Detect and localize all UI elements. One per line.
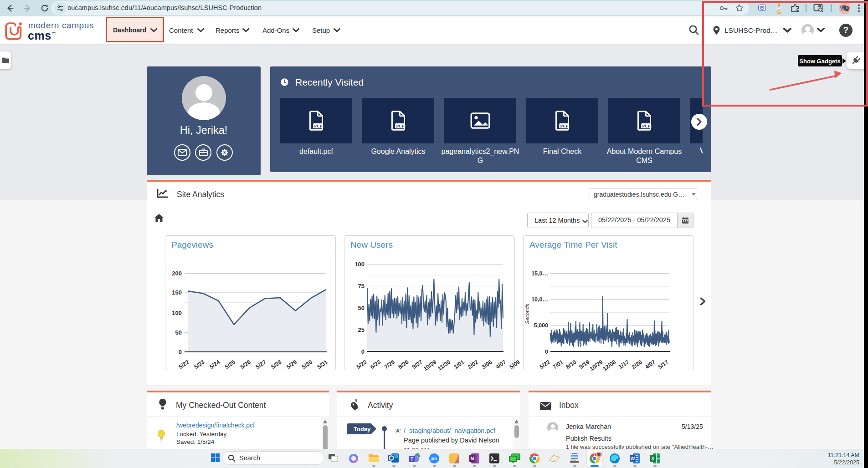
svg-text:15,0…: 15,0…	[531, 270, 548, 277]
svg-text:0: 0	[545, 349, 548, 355]
svg-text:1/17: 1/17	[617, 359, 630, 370]
svg-text:PCF: PCF	[396, 124, 404, 128]
svg-text:8/26: 8/26	[397, 359, 410, 370]
svg-text:5,000: 5,000	[534, 322, 548, 329]
svg-text:T: T	[411, 457, 413, 462]
svg-text:12/08: 12/08	[602, 359, 617, 372]
svg-text:100: 100	[354, 261, 365, 268]
svg-text:PCF: PCF	[642, 124, 650, 128]
svg-text:W: W	[631, 456, 635, 461]
svg-text:9/19: 9/19	[578, 359, 591, 370]
svg-text:5/29: 5/29	[285, 359, 298, 370]
svg-text:0: 0	[361, 348, 365, 355]
svg-text:9/27: 9/27	[411, 359, 424, 370]
svg-text:N: N	[471, 456, 474, 461]
svg-text:25: 25	[358, 326, 365, 333]
svg-text:5/22: 5/22	[539, 359, 551, 370]
svg-text:X: X	[651, 456, 654, 461]
svg-text:50: 50	[358, 305, 365, 311]
svg-text:2/02: 2/02	[467, 359, 479, 370]
svg-text:200: 200	[172, 270, 182, 277]
svg-text:8/10: 8/10	[565, 359, 578, 370]
svg-text:5/28: 5/28	[270, 359, 282, 370]
svg-text:5/31: 5/31	[316, 359, 329, 370]
svg-text:5/23: 5/23	[193, 359, 206, 370]
svg-text:5/30: 5/30	[301, 359, 313, 370]
svg-text:5/27: 5/27	[255, 359, 267, 370]
svg-text:10/29: 10/29	[422, 359, 438, 372]
svg-text:2/26: 2/26	[631, 359, 643, 370]
svg-text:5/17: 5/17	[657, 359, 670, 370]
svg-text:5/24: 5/24	[208, 359, 221, 370]
svg-text:50: 50	[175, 329, 182, 336]
svg-text:75: 75	[358, 283, 365, 290]
svg-text:5/25: 5/25	[224, 359, 236, 370]
svg-text:10,0…: 10,0…	[531, 296, 548, 303]
svg-text:0: 0	[179, 349, 182, 356]
svg-text:4/07: 4/07	[494, 359, 507, 370]
svg-text:7/25: 7/25	[383, 359, 396, 370]
svg-text:Today: Today	[354, 426, 371, 432]
svg-text:5/22: 5/22	[355, 359, 368, 370]
svg-text:PCF: PCF	[314, 124, 322, 128]
svg-text:PCF: PCF	[560, 124, 568, 128]
svg-text:150: 150	[172, 289, 182, 296]
svg-text:11/30: 11/30	[437, 359, 452, 372]
svg-text:7/01: 7/01	[552, 359, 565, 370]
svg-text:10/29: 10/29	[589, 359, 604, 372]
svg-text:1/01: 1/01	[453, 359, 466, 370]
svg-text:4/07: 4/07	[644, 359, 657, 370]
svg-text:5/22: 5/22	[178, 359, 190, 370]
svg-text:3/06: 3/06	[481, 359, 493, 370]
svg-text:100: 100	[172, 310, 182, 316]
svg-text:6/23: 6/23	[369, 359, 382, 370]
svg-text:Seconds: Seconds	[524, 304, 530, 324]
svg-text:5/26: 5/26	[239, 359, 252, 370]
